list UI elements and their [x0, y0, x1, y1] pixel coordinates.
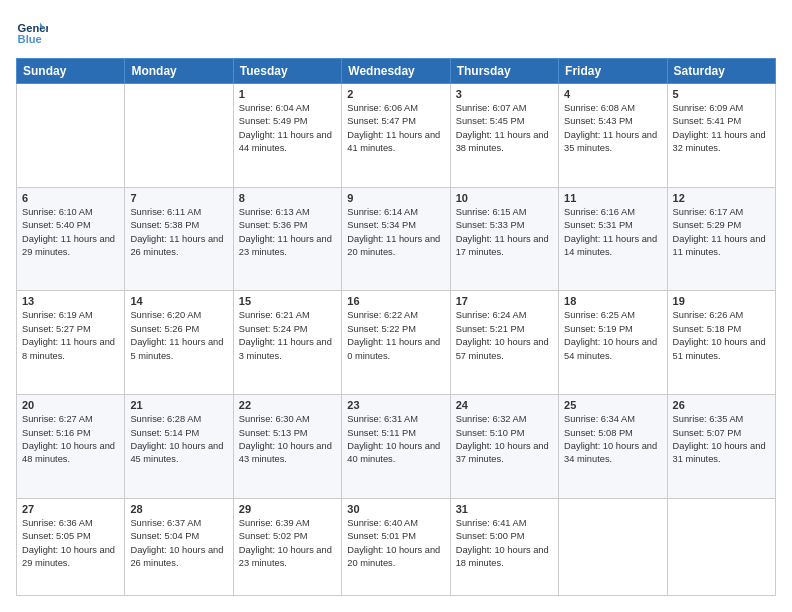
calendar-cell: 13Sunrise: 6:19 AMSunset: 5:27 PMDayligh…	[17, 291, 125, 395]
calendar-cell	[125, 84, 233, 188]
day-number: 18	[564, 295, 661, 307]
calendar-cell: 27Sunrise: 6:36 AMSunset: 5:05 PMDayligh…	[17, 498, 125, 595]
week-row-3: 13Sunrise: 6:19 AMSunset: 5:27 PMDayligh…	[17, 291, 776, 395]
day-number: 30	[347, 503, 444, 515]
day-number: 22	[239, 399, 336, 411]
calendar-cell: 26Sunrise: 6:35 AMSunset: 5:07 PMDayligh…	[667, 395, 775, 499]
calendar-cell: 29Sunrise: 6:39 AMSunset: 5:02 PMDayligh…	[233, 498, 341, 595]
day-info: Sunrise: 6:08 AMSunset: 5:43 PMDaylight:…	[564, 102, 661, 156]
day-info: Sunrise: 6:16 AMSunset: 5:31 PMDaylight:…	[564, 206, 661, 260]
day-number: 17	[456, 295, 553, 307]
day-info: Sunrise: 6:37 AMSunset: 5:04 PMDaylight:…	[130, 517, 227, 571]
week-row-4: 20Sunrise: 6:27 AMSunset: 5:16 PMDayligh…	[17, 395, 776, 499]
weekday-header-friday: Friday	[559, 59, 667, 84]
calendar-cell: 4Sunrise: 6:08 AMSunset: 5:43 PMDaylight…	[559, 84, 667, 188]
logo: General Blue	[16, 16, 48, 48]
day-info: Sunrise: 6:22 AMSunset: 5:22 PMDaylight:…	[347, 309, 444, 363]
day-number: 8	[239, 192, 336, 204]
calendar-cell: 22Sunrise: 6:30 AMSunset: 5:13 PMDayligh…	[233, 395, 341, 499]
weekday-header-saturday: Saturday	[667, 59, 775, 84]
day-info: Sunrise: 6:21 AMSunset: 5:24 PMDaylight:…	[239, 309, 336, 363]
day-number: 21	[130, 399, 227, 411]
calendar-cell: 1Sunrise: 6:04 AMSunset: 5:49 PMDaylight…	[233, 84, 341, 188]
calendar-cell: 25Sunrise: 6:34 AMSunset: 5:08 PMDayligh…	[559, 395, 667, 499]
calendar-cell: 7Sunrise: 6:11 AMSunset: 5:38 PMDaylight…	[125, 187, 233, 291]
day-number: 26	[673, 399, 770, 411]
day-number: 10	[456, 192, 553, 204]
calendar-cell: 12Sunrise: 6:17 AMSunset: 5:29 PMDayligh…	[667, 187, 775, 291]
weekday-header-row: SundayMondayTuesdayWednesdayThursdayFrid…	[17, 59, 776, 84]
day-number: 12	[673, 192, 770, 204]
day-info: Sunrise: 6:04 AMSunset: 5:49 PMDaylight:…	[239, 102, 336, 156]
day-info: Sunrise: 6:06 AMSunset: 5:47 PMDaylight:…	[347, 102, 444, 156]
calendar-cell: 16Sunrise: 6:22 AMSunset: 5:22 PMDayligh…	[342, 291, 450, 395]
calendar-cell: 9Sunrise: 6:14 AMSunset: 5:34 PMDaylight…	[342, 187, 450, 291]
day-info: Sunrise: 6:13 AMSunset: 5:36 PMDaylight:…	[239, 206, 336, 260]
calendar-cell: 19Sunrise: 6:26 AMSunset: 5:18 PMDayligh…	[667, 291, 775, 395]
weekday-header-monday: Monday	[125, 59, 233, 84]
day-number: 11	[564, 192, 661, 204]
calendar-cell: 17Sunrise: 6:24 AMSunset: 5:21 PMDayligh…	[450, 291, 558, 395]
day-number: 23	[347, 399, 444, 411]
calendar-cell: 28Sunrise: 6:37 AMSunset: 5:04 PMDayligh…	[125, 498, 233, 595]
calendar-cell: 21Sunrise: 6:28 AMSunset: 5:14 PMDayligh…	[125, 395, 233, 499]
calendar-cell: 18Sunrise: 6:25 AMSunset: 5:19 PMDayligh…	[559, 291, 667, 395]
day-number: 13	[22, 295, 119, 307]
day-number: 19	[673, 295, 770, 307]
day-number: 29	[239, 503, 336, 515]
day-number: 1	[239, 88, 336, 100]
calendar-cell: 3Sunrise: 6:07 AMSunset: 5:45 PMDaylight…	[450, 84, 558, 188]
day-info: Sunrise: 6:20 AMSunset: 5:26 PMDaylight:…	[130, 309, 227, 363]
calendar-cell: 11Sunrise: 6:16 AMSunset: 5:31 PMDayligh…	[559, 187, 667, 291]
day-info: Sunrise: 6:36 AMSunset: 5:05 PMDaylight:…	[22, 517, 119, 571]
calendar-cell: 14Sunrise: 6:20 AMSunset: 5:26 PMDayligh…	[125, 291, 233, 395]
day-info: Sunrise: 6:30 AMSunset: 5:13 PMDaylight:…	[239, 413, 336, 467]
day-number: 3	[456, 88, 553, 100]
calendar-cell: 2Sunrise: 6:06 AMSunset: 5:47 PMDaylight…	[342, 84, 450, 188]
day-number: 25	[564, 399, 661, 411]
week-row-2: 6Sunrise: 6:10 AMSunset: 5:40 PMDaylight…	[17, 187, 776, 291]
day-info: Sunrise: 6:34 AMSunset: 5:08 PMDaylight:…	[564, 413, 661, 467]
day-info: Sunrise: 6:17 AMSunset: 5:29 PMDaylight:…	[673, 206, 770, 260]
calendar-cell: 10Sunrise: 6:15 AMSunset: 5:33 PMDayligh…	[450, 187, 558, 291]
day-number: 28	[130, 503, 227, 515]
day-number: 31	[456, 503, 553, 515]
day-info: Sunrise: 6:35 AMSunset: 5:07 PMDaylight:…	[673, 413, 770, 467]
page: General Blue SundayMondayTuesdayWednesda…	[0, 0, 792, 612]
calendar-table: SundayMondayTuesdayWednesdayThursdayFrid…	[16, 58, 776, 596]
header: General Blue	[16, 16, 776, 48]
day-info: Sunrise: 6:39 AMSunset: 5:02 PMDaylight:…	[239, 517, 336, 571]
day-number: 7	[130, 192, 227, 204]
day-number: 9	[347, 192, 444, 204]
calendar-cell	[559, 498, 667, 595]
weekday-header-wednesday: Wednesday	[342, 59, 450, 84]
day-number: 6	[22, 192, 119, 204]
day-info: Sunrise: 6:14 AMSunset: 5:34 PMDaylight:…	[347, 206, 444, 260]
week-row-1: 1Sunrise: 6:04 AMSunset: 5:49 PMDaylight…	[17, 84, 776, 188]
calendar-cell: 24Sunrise: 6:32 AMSunset: 5:10 PMDayligh…	[450, 395, 558, 499]
day-number: 4	[564, 88, 661, 100]
calendar-cell: 5Sunrise: 6:09 AMSunset: 5:41 PMDaylight…	[667, 84, 775, 188]
day-info: Sunrise: 6:25 AMSunset: 5:19 PMDaylight:…	[564, 309, 661, 363]
calendar-cell: 6Sunrise: 6:10 AMSunset: 5:40 PMDaylight…	[17, 187, 125, 291]
day-info: Sunrise: 6:41 AMSunset: 5:00 PMDaylight:…	[456, 517, 553, 571]
calendar-cell	[17, 84, 125, 188]
calendar-cell: 8Sunrise: 6:13 AMSunset: 5:36 PMDaylight…	[233, 187, 341, 291]
calendar-cell	[667, 498, 775, 595]
weekday-header-tuesday: Tuesday	[233, 59, 341, 84]
calendar-cell: 20Sunrise: 6:27 AMSunset: 5:16 PMDayligh…	[17, 395, 125, 499]
day-info: Sunrise: 6:24 AMSunset: 5:21 PMDaylight:…	[456, 309, 553, 363]
calendar-cell: 31Sunrise: 6:41 AMSunset: 5:00 PMDayligh…	[450, 498, 558, 595]
day-info: Sunrise: 6:07 AMSunset: 5:45 PMDaylight:…	[456, 102, 553, 156]
day-info: Sunrise: 6:11 AMSunset: 5:38 PMDaylight:…	[130, 206, 227, 260]
weekday-header-sunday: Sunday	[17, 59, 125, 84]
day-number: 24	[456, 399, 553, 411]
day-info: Sunrise: 6:40 AMSunset: 5:01 PMDaylight:…	[347, 517, 444, 571]
weekday-header-thursday: Thursday	[450, 59, 558, 84]
week-row-5: 27Sunrise: 6:36 AMSunset: 5:05 PMDayligh…	[17, 498, 776, 595]
day-info: Sunrise: 6:27 AMSunset: 5:16 PMDaylight:…	[22, 413, 119, 467]
day-info: Sunrise: 6:26 AMSunset: 5:18 PMDaylight:…	[673, 309, 770, 363]
calendar-cell: 15Sunrise: 6:21 AMSunset: 5:24 PMDayligh…	[233, 291, 341, 395]
day-number: 5	[673, 88, 770, 100]
day-number: 16	[347, 295, 444, 307]
